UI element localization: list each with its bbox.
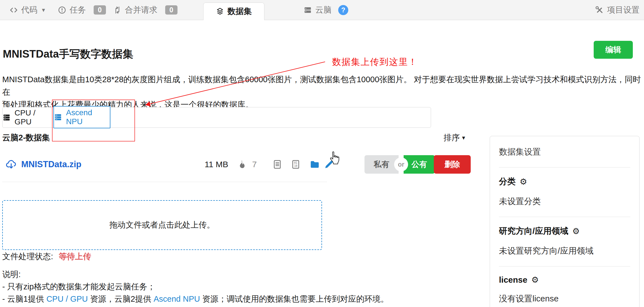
tab-ascend-npu-selected[interactable]: Ascend NPU [53, 106, 110, 128]
tab-cpu-gpu[interactable]: CPU / GPU [3, 107, 53, 127]
issue-circle-icon [58, 6, 66, 14]
private-button[interactable]: 私有 [364, 155, 399, 174]
nav-datasets-label: 数据集 [228, 6, 252, 17]
category-value: 未设置分类 [499, 196, 630, 207]
svg-text:01: 01 [294, 161, 297, 164]
note-line-1: - 只有zip格式的数据集才能发起云脑任务； [2, 281, 155, 292]
dataset-settings-panel: 数据集设置 分类 ⚙ 未设置分类 研究方向/应用领域 ⚙ 未设置研究方向/应用领… [490, 136, 640, 307]
research-value: 未设置研究方向/应用领域 [499, 245, 630, 257]
divider [2, 182, 327, 182]
visibility-toggle: 私有 or 公有 [364, 155, 435, 174]
settings-panel-title: 数据集设置 [499, 146, 630, 158]
nav-tab-datasets-active[interactable]: 数据集 [203, 3, 264, 20]
pulls-count-badge: 0 [165, 5, 177, 15]
tools-icon [595, 6, 604, 14]
note-text: 资源；调试使用的数据集也需要上传到对应的环境。 [200, 294, 389, 303]
file-status-value: 等待上传 [59, 251, 91, 262]
upload-dropzone[interactable]: 拖动文件或者点击此处上传。 [2, 200, 322, 250]
dataset-file-link[interactable]: MNISTData.zip [6, 159, 81, 170]
nav-tab-cloudbrain[interactable]: 云脑 ? [304, 4, 348, 16]
tab-ascend-npu-label: Ascend NPU [66, 108, 110, 126]
license-section-label: license ⚙ [499, 275, 630, 285]
nav-tab-issues[interactable]: 任务 0 [58, 4, 106, 16]
gear-icon[interactable]: ⚙ [531, 275, 539, 285]
repo-navbar: 代码 ▾ 任务 0 合并请求 0 数据集 云脑 ? 项目设置 [0, 0, 644, 20]
category-label: 分类 [499, 176, 516, 187]
caret-down-icon: ▾ [462, 134, 465, 141]
public-button[interactable]: 公有 [404, 155, 435, 174]
server-rack-icon [3, 113, 11, 122]
category-section-label: 分类 ⚙ [499, 176, 630, 187]
research-section-label: 研究方向/应用领域 ⚙ [499, 225, 630, 237]
divider [499, 167, 630, 167]
edit-button[interactable]: 编辑 [594, 41, 633, 59]
license-value: 没有设置license [499, 293, 630, 304]
dataset-section-heading: 云脑2-数据集 [2, 132, 50, 143]
tab-cpu-gpu-label: CPU / GPU [15, 108, 53, 126]
dataset-layers-icon [216, 7, 224, 16]
server-icon [304, 6, 312, 14]
file-status-line: 文件处理状态: 等待上传 [2, 251, 91, 262]
dataset-file-row: MNISTData.zip 11 MB 7 0110 私有 or 公有 删除 [2, 153, 477, 176]
nav-settings-label: 项目设置 [607, 4, 640, 16]
note-line-2: - 云脑1提供 CPU / GPU 资源，云脑2提供 Ascend NPU 资源… [2, 294, 389, 305]
folder-icon[interactable] [309, 159, 320, 170]
dataset-heading-row: 云脑2-数据集 排序 ▾ [2, 132, 465, 143]
gear-icon[interactable]: ⚙ [520, 177, 527, 186]
delete-button[interactable]: 删除 [434, 155, 471, 174]
gear-icon[interactable]: ⚙ [572, 226, 580, 236]
flame-icon [238, 159, 247, 169]
file-size: 11 MB [205, 160, 228, 169]
environment-tabbar: CPU / GPU Ascend NPU [2, 107, 431, 128]
sort-dropdown[interactable]: 排序 ▾ [444, 132, 465, 143]
cpu-gpu-link[interactable]: CPU / GPU [46, 294, 88, 303]
notes-heading: 说明: [2, 269, 21, 280]
divider [499, 266, 630, 266]
ascend-npu-link[interactable]: Ascend NPU [153, 294, 200, 303]
svg-text:10: 10 [294, 164, 297, 167]
file-text-icon[interactable] [272, 159, 282, 170]
research-label: 研究方向/应用领域 [499, 225, 568, 237]
nav-cloudbrain-label: 云脑 [315, 4, 332, 16]
file-status-label: 文件处理状态: [2, 251, 53, 262]
mouse-hand-cursor-icon [329, 150, 340, 166]
upload-hint: 拖动文件或者点击此处上传。 [110, 219, 215, 231]
download-count: 7 [252, 160, 257, 169]
page: 代码 ▾ 任务 0 合并请求 0 数据集 云脑 ? 项目设置 MNISTData… [0, 0, 644, 307]
or-separator: or [394, 158, 408, 171]
description-line-1: MNISTData数据集是由10类28*28的灰度图片组成，训练数据集包含600… [2, 73, 643, 98]
annotation-text: 数据集上传到这里！ [332, 56, 418, 67]
nav-tab-code[interactable]: 代码 ▾ [10, 4, 45, 16]
sort-label: 排序 [444, 132, 460, 143]
code-icon [10, 6, 18, 14]
dataset-file-name: MNISTData.zip [21, 159, 81, 169]
merge-request-icon [113, 6, 122, 14]
divider [499, 217, 630, 217]
nav-tab-settings[interactable]: 项目设置 [595, 4, 640, 16]
issues-count-badge: 0 [94, 5, 106, 15]
caret-down-icon: ▾ [42, 6, 45, 14]
nav-tab-pulls[interactable]: 合并请求 0 [113, 4, 177, 16]
page-title: MNISTData手写数字数据集 [3, 47, 133, 61]
nav-issues-label: 任务 [70, 4, 86, 16]
server-rack-icon [54, 113, 62, 121]
dataset-description: MNISTData数据集是由10类28*28的灰度图片组成，训练数据集包含600… [2, 73, 643, 111]
license-label: license [499, 275, 527, 285]
help-icon[interactable]: ? [338, 5, 348, 15]
note-text: 资源，云脑2提供 [88, 294, 153, 303]
nav-code-label: 代码 [21, 4, 37, 16]
binary-file-icon[interactable]: 0110 [291, 159, 301, 170]
nav-pulls-label: 合并请求 [125, 4, 157, 16]
note-text: - 云脑1提供 [2, 294, 46, 303]
cloud-download-icon [6, 159, 17, 170]
